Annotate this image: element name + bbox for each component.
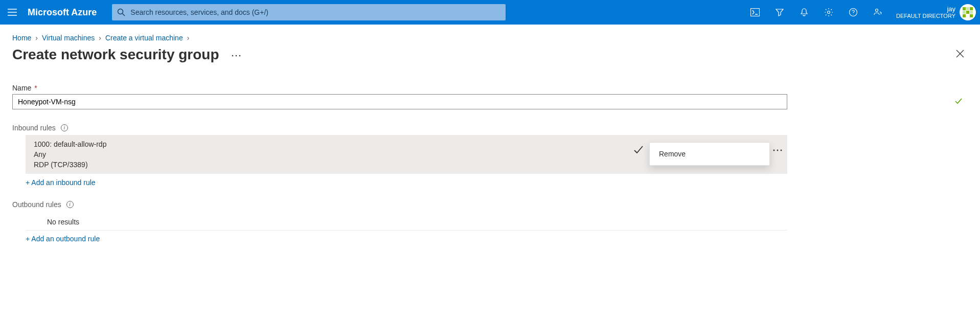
global-search[interactable] <box>112 4 506 20</box>
breadcrumb-create-vm[interactable]: Create a virtual machine <box>105 34 183 42</box>
svg-point-20 <box>781 150 782 151</box>
name-field-row <box>12 94 968 109</box>
add-outbound-rule-link[interactable]: + Add an outbound rule <box>26 235 100 243</box>
name-label: Name <box>12 84 31 92</box>
avatar-icon <box>961 5 975 19</box>
inbound-rules: 1000: default-allow-rdp Any RDP (TCP/338… <box>26 135 787 174</box>
outbound-section: Outbound rules i No results + Add an out… <box>12 200 968 243</box>
breadcrumb-home[interactable]: Home <box>12 34 31 42</box>
outbound-section-label: Outbound rules i <box>12 200 968 209</box>
cloud-shell-icon <box>750 8 760 16</box>
svg-rect-11 <box>966 11 969 14</box>
gear-icon <box>824 8 833 17</box>
svg-point-17 <box>239 55 240 57</box>
user-name: jay <box>896 6 955 13</box>
svg-point-18 <box>773 150 775 151</box>
ellipsis-icon <box>232 54 241 57</box>
svg-point-19 <box>777 150 779 151</box>
info-icon[interactable]: i <box>66 201 74 208</box>
svg-point-16 <box>235 55 237 57</box>
page-title: Create network security group <box>12 47 219 63</box>
ellipsis-icon <box>773 149 782 152</box>
svg-rect-7 <box>963 7 966 10</box>
svg-line-1 <box>123 14 125 16</box>
close-button[interactable] <box>952 46 968 63</box>
inbound-section-label: Inbound rules i <box>12 124 968 132</box>
checkmark-icon <box>954 97 963 107</box>
info-icon[interactable]: i <box>61 124 68 131</box>
rule-context-menu: Remove <box>649 142 770 166</box>
search-input[interactable] <box>129 8 500 17</box>
svg-point-3 <box>828 11 830 14</box>
name-label-row: Name * <box>12 84 968 92</box>
form: Name * Inbound rules i 1000: default-all… <box>0 63 980 243</box>
chevron-right-icon: › <box>187 34 190 42</box>
required-indicator: * <box>34 84 37 92</box>
title-row: Create network security group <box>0 42 980 63</box>
user-directory: DEFAULT DIRECTORY <box>896 13 955 19</box>
svg-point-0 <box>118 9 123 14</box>
help-button[interactable] <box>841 0 865 25</box>
svg-rect-10 <box>963 11 966 14</box>
hamburger-menu[interactable] <box>0 0 25 25</box>
name-input[interactable] <box>12 94 787 109</box>
filter-icon <box>775 8 784 17</box>
hamburger-icon <box>8 9 17 16</box>
outbound-label: Outbound rules <box>12 200 61 209</box>
svg-rect-12 <box>970 11 973 14</box>
chevron-right-icon: › <box>99 34 101 42</box>
bell-icon <box>800 8 809 17</box>
feedback-button[interactable] <box>865 0 890 25</box>
account-menu[interactable]: jay DEFAULT DIRECTORY <box>890 0 980 25</box>
outbound-rules: No results <box>26 212 787 231</box>
svg-rect-13 <box>963 14 966 17</box>
directory-filter-button[interactable] <box>767 0 792 25</box>
header-icons <box>743 0 890 25</box>
search-icon <box>117 8 125 16</box>
breadcrumb-virtual-machines[interactable]: Virtual machines <box>42 34 95 42</box>
add-inbound-rule-link[interactable]: + Add an inbound rule <box>26 178 96 187</box>
breadcrumb: Home › Virtual machines › Create a virtu… <box>0 25 980 42</box>
close-icon <box>955 49 965 58</box>
settings-button[interactable] <box>816 0 841 25</box>
chevron-right-icon: › <box>35 34 38 42</box>
checkmark-icon <box>633 144 644 158</box>
svg-rect-14 <box>970 14 973 17</box>
avatar <box>960 4 976 20</box>
notifications-button[interactable] <box>792 0 816 25</box>
svg-point-15 <box>232 55 233 57</box>
svg-point-5 <box>876 9 878 12</box>
svg-rect-2 <box>751 9 760 16</box>
brand-label[interactable]: Microsoft Azure <box>28 7 97 18</box>
feedback-icon <box>873 8 882 17</box>
help-icon <box>849 8 858 17</box>
inbound-rule[interactable]: 1000: default-allow-rdp Any RDP (TCP/338… <box>26 135 787 174</box>
remove-menu-item[interactable]: Remove <box>650 143 769 165</box>
title-more-button[interactable] <box>232 50 241 59</box>
cloud-shell-button[interactable] <box>743 0 767 25</box>
azure-header: Microsoft Azure jay DEFAULT DIRECTORY <box>0 0 980 25</box>
rule-more-button[interactable] <box>773 144 782 154</box>
svg-rect-8 <box>966 7 969 10</box>
svg-rect-9 <box>970 7 973 10</box>
outbound-empty: No results <box>47 218 787 226</box>
inbound-label: Inbound rules <box>12 124 56 132</box>
